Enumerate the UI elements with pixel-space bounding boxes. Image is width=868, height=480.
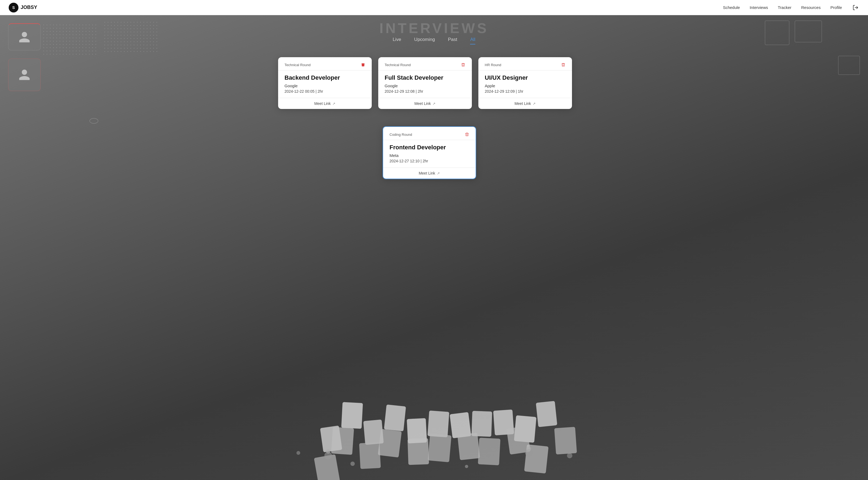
bg-rect-2 (795, 21, 822, 42)
nav-profile[interactable]: Profile (830, 5, 842, 10)
card-1-delete-button[interactable] (361, 63, 365, 67)
card-4-round: Coding Round (390, 133, 412, 137)
card-4-meet-link[interactable]: Meet Link ↗ (419, 171, 440, 175)
svg-point-33 (326, 449, 331, 454)
tabs-bar: Live Upcoming Past All (393, 37, 475, 44)
card-3-title: UI/UX Designer (485, 74, 565, 81)
card-4-header: Coding Round (390, 132, 469, 137)
card-4-company: Meta (390, 153, 469, 158)
svg-rect-24 (378, 429, 402, 457)
card-2-company: Google (385, 83, 465, 88)
card-4-title: Frontend Developer (390, 144, 469, 151)
card-4-delete-button[interactable] (465, 132, 469, 137)
svg-rect-11 (341, 402, 363, 429)
bg-rect-1 (765, 21, 789, 45)
bg-oval (90, 118, 98, 124)
card-2-round: Technical Round (385, 63, 411, 67)
card-1-external-icon: ↗ (332, 102, 335, 106)
brand-name: JOBSY (21, 5, 37, 10)
interview-card-3: HR Round UI/UX Designer Apple 2024-12-29… (478, 57, 572, 109)
svg-rect-22 (331, 427, 354, 455)
card-4-datetime: 2024-12-27 12:10 | 2hr (390, 159, 469, 163)
bg-dot-grid-1 (42, 23, 96, 56)
card-2-datetime: 2024-12-29 12:08 | 2hr (385, 89, 465, 94)
nav-tracker[interactable]: Tracker (778, 5, 791, 10)
logout-button[interactable] (852, 4, 859, 11)
page-title-watermark: INTERVIEWS (379, 20, 489, 36)
card-1-meet-link[interactable]: Meet Link ↗ (314, 101, 335, 106)
logo-icon: S (9, 3, 19, 12)
card-2-meet-link[interactable]: Meet Link ↗ (414, 101, 435, 106)
interview-card-4: Coding Round Frontend Developer Meta 202… (382, 126, 476, 179)
card-4-divider (383, 140, 476, 140)
svg-point-35 (527, 447, 531, 451)
bg-rect-3 (838, 56, 860, 75)
nav-interviews[interactable]: Interviews (750, 5, 768, 10)
svg-rect-31 (554, 427, 577, 454)
svg-rect-15 (427, 411, 449, 438)
svg-rect-28 (478, 438, 500, 466)
brand-logo[interactable]: S JOBSY (9, 3, 37, 12)
tab-past[interactable]: Past (448, 37, 457, 44)
svg-rect-13 (384, 404, 406, 431)
card-2-title: Full Stack Developer (385, 74, 465, 81)
svg-rect-26 (428, 434, 452, 462)
svg-rect-27 (458, 433, 480, 460)
svg-point-37 (465, 465, 468, 468)
card-4-external-icon: ↗ (437, 171, 440, 175)
card-2-external-icon: ↗ (433, 102, 435, 106)
svg-rect-20 (536, 401, 557, 427)
card-1-footer: Meet Link ↗ (278, 98, 372, 109)
svg-rect-25 (407, 438, 429, 465)
svg-rect-17 (472, 411, 492, 437)
tab-live[interactable]: Live (393, 37, 401, 44)
card-1-company: Google (285, 83, 365, 88)
bg-dot-grid-2 (103, 21, 157, 53)
bg-avatar-1 (8, 23, 41, 50)
card-3-datetime: 2024-12-29 12:09 | 1hr (485, 89, 565, 94)
card-3-delete-button[interactable] (561, 63, 565, 67)
nav-resources[interactable]: Resources (801, 5, 821, 10)
card-1-header: Technical Round (285, 63, 365, 67)
card-4-footer: Meet Link ↗ (383, 168, 476, 179)
card-1-datetime: 2024-12-22 00:05 | 2hr (285, 89, 365, 94)
center-card-container: Coding Round Frontend Developer Meta 202… (382, 126, 486, 179)
interview-card-1: Technical Round Backend Developer Google… (278, 57, 372, 109)
card-2-header: Technical Round (385, 63, 465, 67)
card-3-footer: Meet Link ↗ (478, 98, 572, 109)
nav-schedule[interactable]: Schedule (723, 5, 740, 10)
svg-rect-23 (359, 442, 381, 469)
svg-point-36 (350, 461, 355, 466)
hero-section: INTERVIEWS Live Upcoming Past All Techni… (0, 15, 868, 480)
svg-point-38 (567, 453, 572, 458)
card-3-header: HR Round (485, 63, 565, 67)
card-3-company: Apple (485, 83, 565, 88)
svg-point-39 (297, 451, 300, 455)
navbar: S JOBSY Schedule Interviews Tracker Reso… (0, 0, 868, 15)
tab-all[interactable]: All (470, 37, 475, 44)
cards-row: Technical Round Backend Developer Google… (278, 57, 590, 109)
card-3-meet-link[interactable]: Meet Link ↗ (515, 101, 536, 106)
card-1-title: Backend Developer (285, 74, 365, 81)
card-2-footer: Meet Link ↗ (378, 98, 472, 109)
scattered-cards-svg (0, 366, 868, 480)
bg-avatar-2 (8, 59, 41, 91)
card-2-delete-button[interactable] (461, 63, 465, 67)
tab-upcoming[interactable]: Upcoming (414, 37, 435, 44)
card-3-round: HR Round (485, 63, 501, 67)
card-1-round: Technical Round (285, 63, 311, 67)
card-3-external-icon: ↗ (533, 102, 536, 106)
interview-card-2: Technical Round Full Stack Developer Goo… (378, 57, 472, 109)
scattered-cards-bg (0, 366, 868, 480)
nav-links: Schedule Interviews Tracker Resources Pr… (723, 4, 859, 11)
